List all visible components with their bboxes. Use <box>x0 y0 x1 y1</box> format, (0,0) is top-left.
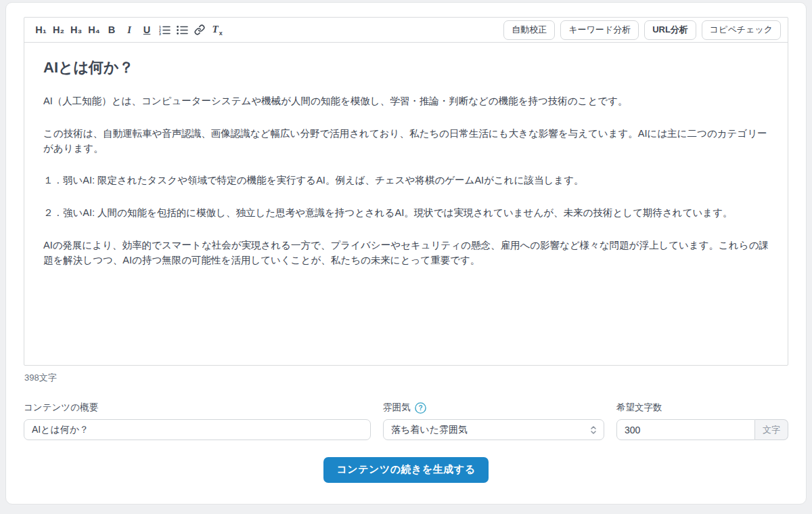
character-count: 398文字 <box>24 372 788 384</box>
ordered-list-icon: 123 <box>159 25 171 35</box>
italic-button[interactable]: I <box>121 21 138 39</box>
settings-form: コンテンツの概要 雰囲気 ? 落ち着いた雰囲気 希望文字数 <box>24 402 788 440</box>
mood-selected-value: 落ち着いた雰囲気 <box>391 424 468 436</box>
content-summary-field: コンテンツの概要 <box>24 402 371 440</box>
main-card: H₁ H₂ H₃ H₄ B I U 123 <box>5 2 807 505</box>
length-unit-addon: 文字 <box>755 419 788 440</box>
underline-button[interactable]: U <box>139 21 156 39</box>
paragraph: １．弱いAI: 限定されたタスクや領域で特定の機能を実行するAI。例えば、チェス… <box>43 173 769 188</box>
url-analysis-button[interactable]: URL分析 <box>644 20 696 40</box>
link-button[interactable] <box>191 21 208 39</box>
editor-content-area[interactable]: AIとは何か？ AI（人工知能）とは、コンピューターシステムや機械が人間の知能を… <box>24 43 788 365</box>
clear-format-button[interactable]: Tx <box>209 21 226 39</box>
heading3-button[interactable]: H₃ <box>68 21 85 39</box>
paragraph: AIの発展により、効率的でスマートな社会が実現される一方で、プライバシーやセキュ… <box>43 238 769 268</box>
desired-length-input[interactable] <box>616 419 755 440</box>
help-icon[interactable]: ? <box>415 402 426 414</box>
mood-select[interactable]: 落ち着いた雰囲気 <box>383 419 604 440</box>
desired-length-field: 希望文字数 文字 <box>616 402 788 440</box>
heading4-button[interactable]: H₄ <box>85 21 102 39</box>
format-button-group: H₁ H₂ H₃ H₄ B I U 123 <box>32 21 226 39</box>
heading1-button[interactable]: H₁ <box>32 21 49 39</box>
clear-format-icon: Tx <box>212 24 222 37</box>
auto-proofread-button[interactable]: 自動校正 <box>503 20 555 40</box>
copy-paste-check-button[interactable]: コピペチェック <box>702 20 781 40</box>
paragraph: この技術は、自動運転車や音声認識、画像認識など幅広い分野で活用されており、私たち… <box>43 127 769 156</box>
content-summary-label: コンテンツの概要 <box>24 402 371 414</box>
paragraph: AI（人工知能）とは、コンピューターシステムや機械が人間の知能を模倣し、学習・推… <box>43 94 769 109</box>
unordered-list-button[interactable] <box>174 21 191 39</box>
svg-text:?: ? <box>418 404 422 412</box>
chevron-up-down-icon <box>590 425 597 435</box>
heading2-button[interactable]: H₂ <box>50 21 67 39</box>
ordered-list-button[interactable]: 123 <box>156 21 173 39</box>
content-summary-input[interactable] <box>24 419 371 440</box>
generate-continuation-button[interactable]: コンテンツの続きを生成する <box>323 457 488 483</box>
document-heading: AIとは何か？ <box>43 58 769 78</box>
desired-length-label: 希望文字数 <box>616 402 788 414</box>
mood-label: 雰囲気 <box>383 402 411 414</box>
bold-button[interactable]: B <box>104 21 120 39</box>
svg-text:3: 3 <box>159 31 161 35</box>
keyword-analysis-button[interactable]: キーワード分析 <box>560 20 639 40</box>
editor-toolbar: H₁ H₂ H₃ H₄ B I U 123 <box>24 18 788 43</box>
unordered-list-icon <box>177 25 188 35</box>
link-icon <box>194 24 205 35</box>
analysis-button-group: 自動校正 キーワード分析 URL分析 コピペチェック <box>503 20 781 40</box>
mood-field: 雰囲気 ? 落ち着いた雰囲気 <box>383 402 604 440</box>
paragraph: ２．強いAI: 人間の知能を包括的に模倣し、独立した思考や意識を持つとされるAI… <box>43 206 769 221</box>
rich-text-editor: H₁ H₂ H₃ H₄ B I U 123 <box>24 17 788 366</box>
